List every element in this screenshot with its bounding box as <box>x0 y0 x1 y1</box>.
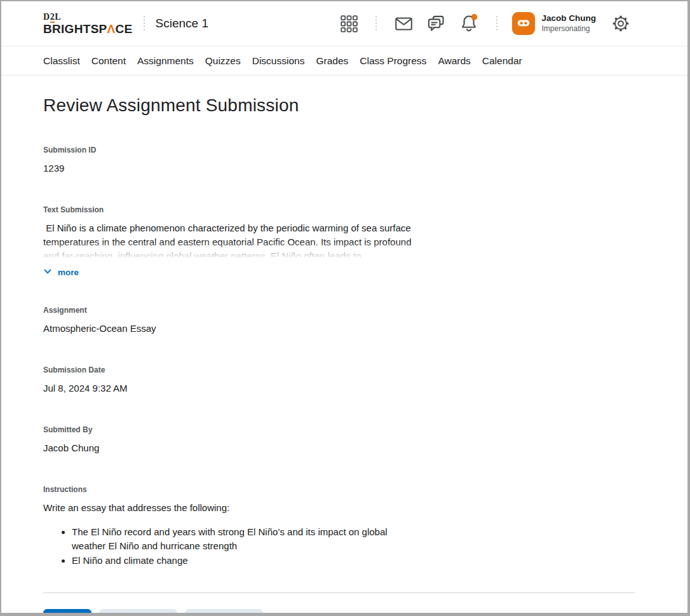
field-assignment: Assignment Atmospheric-Ocean Essay <box>43 306 635 336</box>
notification-dot <box>471 14 478 20</box>
text-submission-excerpt: El Niño is a climate phenomenon characte… <box>43 221 417 257</box>
nav-item-calendar[interactable]: Calendar <box>482 55 522 67</box>
field-instructions: Instructions Write an essay that address… <box>43 485 635 568</box>
brand-caret-icon: Λ <box>107 22 116 36</box>
app-switcher-button[interactable] <box>340 15 358 33</box>
impersonation-avatar <box>512 12 535 35</box>
alerts-button[interactable] <box>459 13 479 34</box>
field-submission-id: Submission ID 1239 <box>43 146 635 175</box>
nav-item-class-progress[interactable]: Class Progress <box>360 55 426 67</box>
top-bar: D2L BRIGHTSPΛCE Science 1 <box>1 1 687 46</box>
instructions-label: Instructions <box>43 485 635 494</box>
submission-id-value: 1239 <box>43 161 635 175</box>
nav-item-quizzes[interactable]: Quizzes <box>205 55 241 67</box>
field-submitted-by: Submitted By Jacob Chung <box>43 425 635 455</box>
nav-item-grades[interactable]: Grades <box>316 55 348 67</box>
brightspace-wordmark: BRIGHTSPΛCE <box>43 23 133 35</box>
dotted-divider <box>144 15 145 32</box>
page-title: Review Assignment Submission <box>43 95 635 116</box>
instructions-list: The El Niño record and years with strong… <box>43 525 635 568</box>
course-navbar: Classlist Content Assignments Quizzes Di… <box>1 46 687 76</box>
grid-icon <box>340 15 358 33</box>
text-submission-value: El Niño is a climate phenomenon characte… <box>43 221 417 257</box>
chat-button[interactable] <box>426 14 446 34</box>
dotted-divider <box>375 15 377 32</box>
course-title[interactable]: Science 1 <box>156 17 208 31</box>
brightspace-logo[interactable]: D2L BRIGHTSPΛCE <box>43 13 133 35</box>
instructions-bullet: The El Niño record and years with strong… <box>72 525 403 553</box>
messages-button[interactable] <box>394 14 414 34</box>
header-actions: Jacob Chung Impersonating <box>334 12 637 35</box>
nav-item-awards[interactable]: Awards <box>438 55 470 67</box>
dotted-divider <box>496 15 497 32</box>
submitted-by-label: Submitted By <box>43 425 635 434</box>
field-submission-date: Submission Date Jul 8, 2024 9:32 AM <box>43 366 635 395</box>
submit-more-button[interactable]: Submit More <box>185 609 264 616</box>
user-menu-button[interactable]: Jacob Chung Impersonating <box>512 12 596 35</box>
assignment-label: Assignment <box>43 306 635 315</box>
text-submission-label: Text Submission <box>43 205 635 214</box>
settings-button[interactable] <box>611 14 630 33</box>
submission-date-label: Submission Date <box>43 366 635 374</box>
nav-item-content[interactable]: Content <box>91 55 126 67</box>
chevron-down-icon <box>43 267 52 278</box>
instructions-bullet: El Niño and climate change <box>72 554 403 568</box>
nav-item-classlist[interactable]: Classlist <box>43 55 80 67</box>
instructions-intro: Write an essay that addresses the follow… <box>43 501 635 515</box>
more-label: more <box>58 268 79 277</box>
bell-icon <box>459 13 479 34</box>
user-name: Jacob Chung <box>541 13 596 24</box>
user-meta: Jacob Chung Impersonating <box>541 13 596 34</box>
mail-icon <box>394 14 414 34</box>
view-history-button[interactable]: View History <box>99 609 177 616</box>
submission-id-label: Submission ID <box>43 146 635 154</box>
footer-divider <box>43 592 635 593</box>
gear-icon <box>611 14 630 33</box>
submitted-by-value: Jacob Chung <box>43 441 635 455</box>
assignment-value: Atmospheric-Ocean Essay <box>43 322 635 336</box>
more-toggle[interactable]: more <box>43 267 79 278</box>
done-button[interactable]: Done <box>43 609 91 616</box>
nav-item-assignments[interactable]: Assignments <box>137 55 194 67</box>
browser-viewport: D2L BRIGHTSPΛCE Science 1 <box>0 0 690 616</box>
submission-date-value: Jul 8, 2024 9:32 AM <box>43 381 635 395</box>
mask-icon <box>515 14 532 34</box>
chat-icon <box>426 14 446 34</box>
nav-item-discussions[interactable]: Discussions <box>252 55 305 67</box>
user-status: Impersonating <box>541 24 596 34</box>
field-text-submission: Text Submission El Niño is a climate phe… <box>43 205 635 278</box>
d2l-wordmark: D2L <box>43 13 133 22</box>
main-content: Review Assignment Submission Submission … <box>1 95 687 616</box>
action-buttons: Done View History Submit More <box>43 609 635 616</box>
